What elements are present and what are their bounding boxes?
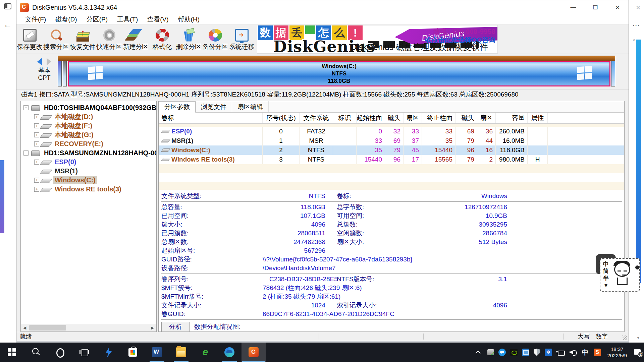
- back-arrow-icon[interactable]: ←: [3, 19, 12, 30]
- defender-tray-icon[interactable]: [534, 349, 540, 356]
- partition-re-mini[interactable]: [611, 61, 615, 86]
- menu-item-2[interactable]: 分区(P): [82, 15, 112, 24]
- snowflake-tray-icon[interactable]: ❄: [545, 349, 552, 356]
- column-header-磁头[interactable]: 磁头: [385, 113, 404, 123]
- table-row-ESP(0)[interactable]: ESP(0)0FAT3203233336936260.0MB: [159, 127, 624, 136]
- table-row-Windows(C:)[interactable]: Windows(C:)2NTFS357945154409616118.0GB: [159, 145, 624, 155]
- column-header-起始柱面[interactable]: 起始柱面: [357, 113, 385, 123]
- start-button[interactable]: [0, 343, 24, 362]
- task-view[interactable]: [72, 343, 97, 362]
- diskgenius-taskbar[interactable]: [241, 343, 266, 362]
- column-header-扇区[interactable]: 扇区: [477, 113, 496, 123]
- tree-item-HD1:SAMSUNGMZNLN128HAHQ-000[interactable]: −HD1:SAMSUNGMZNLN128HAHQ-000: [21, 148, 156, 158]
- partition-label: Windows(C:) NTFS 118.0GB: [69, 63, 609, 85]
- file-explorer[interactable]: [169, 343, 193, 362]
- microsoft-store[interactable]: [121, 343, 145, 362]
- toolbar-new-button[interactable]: 新建分区: [122, 25, 149, 54]
- tree-item-RECOVERY(E:)[interactable]: +RECOVERY(E:): [21, 139, 156, 148]
- tree-item-MSR(1)[interactable]: MSR(1): [21, 167, 156, 176]
- column-header-序号(状态)[interactable]: 序号(状态): [263, 113, 300, 123]
- expander-icon[interactable]: +: [34, 114, 39, 119]
- toolbar-format-button[interactable]: 格式化: [149, 25, 175, 54]
- menu-item-1[interactable]: 磁盘(D): [51, 15, 82, 24]
- toolbar-save-button[interactable]: 保存更改: [16, 25, 43, 54]
- tree-item-Windows(C:)[interactable]: +Windows(C:): [21, 176, 156, 185]
- toolbar-backup-button[interactable]: 备份分区: [202, 25, 228, 54]
- toolbar-search-button[interactable]: 搜索分区: [43, 25, 69, 54]
- expander-icon[interactable]: +: [34, 132, 39, 137]
- edge-browser[interactable]: [217, 343, 241, 362]
- toolbar-delete-button[interactable]: 删除分区: [175, 25, 202, 54]
- expander-icon[interactable]: +: [34, 123, 39, 128]
- menu-item-5[interactable]: 帮助(H): [173, 15, 204, 24]
- partition-msr-mini[interactable]: [63, 61, 67, 86]
- expander-icon[interactable]: −: [23, 150, 29, 156]
- battery-tray-icon[interactable]: [556, 348, 565, 356]
- column-header-扇区[interactable]: 扇区: [404, 113, 422, 123]
- word[interactable]: [145, 343, 169, 362]
- partition-esp-mini[interactable]: [58, 61, 62, 86]
- column-header-标识[interactable]: 标识: [333, 113, 357, 123]
- ime-status-widget[interactable]: 中简半♥: [600, 258, 640, 292]
- column-header-终止柱面[interactable]: 终止柱面: [422, 113, 455, 123]
- green-browser[interactable]: e: [193, 343, 217, 362]
- column-header-文件系统[interactable]: 文件系统: [300, 113, 333, 123]
- scroll-right-icon[interactable]: ▶: [149, 324, 156, 331]
- partition-detail-panel: 分区参数浏览文件扇区编辑 卷标序号(状态)文件系统标识起始柱面磁头扇区终止柱面磁…: [158, 101, 625, 332]
- table-row-Windows RE tools(3)[interactable]: Windows RE tools(3)3NTFS1544096171556579…: [159, 155, 624, 164]
- scroll-up-icon[interactable]: ˄: [633, 38, 635, 43]
- menu-item-3[interactable]: 工具(T): [112, 15, 143, 24]
- maximize-button[interactable]: ☐: [584, 0, 606, 14]
- expander-icon[interactable]: +: [34, 187, 39, 192]
- column-header-容量[interactable]: 容量: [496, 113, 528, 123]
- ime-language-icon[interactable]: 中: [581, 348, 589, 356]
- tab-扇区编辑[interactable]: 扇区编辑: [232, 101, 269, 112]
- tree-horizontal-scrollbar[interactable]: ◀ ▶: [21, 324, 156, 331]
- partition-windows-c[interactable]: Windows(C:) NTFS 118.0GB: [68, 61, 610, 86]
- nvidia-tray-icon[interactable]: [510, 349, 518, 356]
- notification-center-icon[interactable]: 2: [633, 348, 642, 356]
- cortana[interactable]: [48, 343, 72, 362]
- taskbar-search[interactable]: [24, 343, 48, 362]
- tree-item-本地磁盘(F:)[interactable]: +本地磁盘(F:): [21, 121, 156, 130]
- dingtalk-tray-icon[interactable]: [498, 349, 506, 356]
- volume-tray-icon[interactable]: [569, 348, 577, 356]
- tree-item-本地磁盘(D:)[interactable]: +本地磁盘(D:): [21, 112, 156, 121]
- flash-app[interactable]: [97, 343, 121, 362]
- tab-浏览文件[interactable]: 浏览文件: [196, 101, 232, 112]
- column-header-属性[interactable]: 属性: [528, 113, 548, 123]
- prev-disk-arrow-icon[interactable]: [37, 58, 42, 65]
- close-button[interactable]: ✕: [606, 0, 629, 14]
- tree-item-HD0:TOSHIBAMQ04ABF100(932GB)[interactable]: −HD0:TOSHIBAMQ04ABF100(932GB): [21, 103, 156, 112]
- column-header-磁头[interactable]: 磁头: [455, 113, 477, 123]
- toolbar-migrate-button[interactable]: 系统迁移: [228, 25, 255, 54]
- tray-expand-icon[interactable]: [475, 348, 483, 356]
- toolbar-recover-button[interactable]: ↑恢复文件: [69, 25, 96, 54]
- scroll-left-icon[interactable]: ◀: [21, 324, 29, 331]
- promo-banner[interactable]: 数据丢怎么! DiskGenius DiskGenius 致电: 400-008…: [257, 25, 498, 54]
- minimize-button[interactable]: —: [562, 0, 584, 14]
- sogou-tray-icon[interactable]: S: [594, 349, 601, 356]
- resize-grip[interactable]: [623, 335, 627, 340]
- next-disk-arrow-icon[interactable]: [47, 58, 51, 65]
- column-header-卷标[interactable]: 卷标: [159, 113, 263, 123]
- analyze-button[interactable]: 分析: [161, 322, 190, 331]
- taskbar-clock[interactable]: 18:37 2022/5/9: [605, 346, 629, 359]
- table-row-MSR(1)[interactable]: MSR(1)1MSR33693735794416.0MB: [159, 136, 624, 145]
- detail-row: 卷序列号:C238-DB37-38DB-28E5NTFS版本号:3.1: [159, 275, 624, 284]
- toolbar-quick-button[interactable]: 快速分区: [96, 25, 122, 54]
- expander-icon[interactable]: +: [34, 178, 39, 183]
- menu-item-0[interactable]: 文件(F): [20, 15, 51, 24]
- tree-item-本地磁盘(G:)[interactable]: +本地磁盘(G:): [21, 130, 156, 139]
- expander-icon[interactable]: +: [34, 141, 39, 146]
- tree-item-ESP(0)[interactable]: +ESP(0): [21, 158, 156, 167]
- expander-icon[interactable]: +: [34, 160, 39, 165]
- updater-tray-icon[interactable]: [487, 349, 494, 355]
- intel-graphics-tray-icon[interactable]: [522, 349, 529, 356]
- scrollbar-thumb[interactable]: [29, 325, 66, 330]
- more-dots-icon[interactable]: ⋯: [632, 21, 640, 29]
- expander-icon[interactable]: −: [23, 105, 29, 110]
- tree-item-Windows RE tools(3)[interactable]: +Windows RE tools(3): [21, 185, 156, 194]
- menu-item-4[interactable]: 查看(V): [143, 15, 173, 24]
- tab-分区参数[interactable]: 分区参数: [159, 101, 196, 113]
